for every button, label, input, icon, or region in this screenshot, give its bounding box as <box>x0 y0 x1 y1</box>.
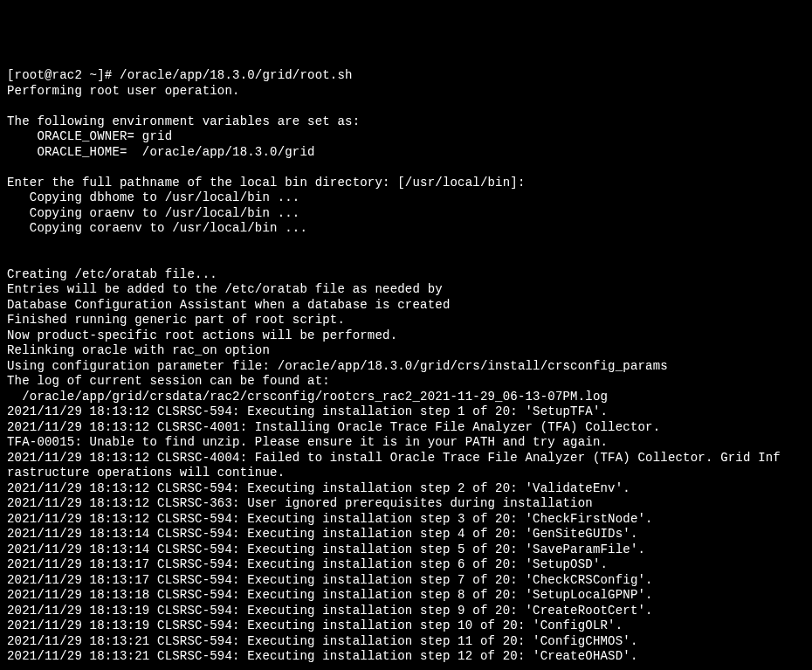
terminal-window[interactable]: [root@rac2 ~]# /oracle/app/18.3.0/grid/r… <box>7 68 805 665</box>
command-input[interactable]: /oracle/app/18.3.0/grid/root.sh <box>120 68 353 82</box>
shell-prompt: [root@rac2 ~]# <box>7 68 120 82</box>
terminal-output: Performing root user operation. The foll… <box>7 84 805 665</box>
